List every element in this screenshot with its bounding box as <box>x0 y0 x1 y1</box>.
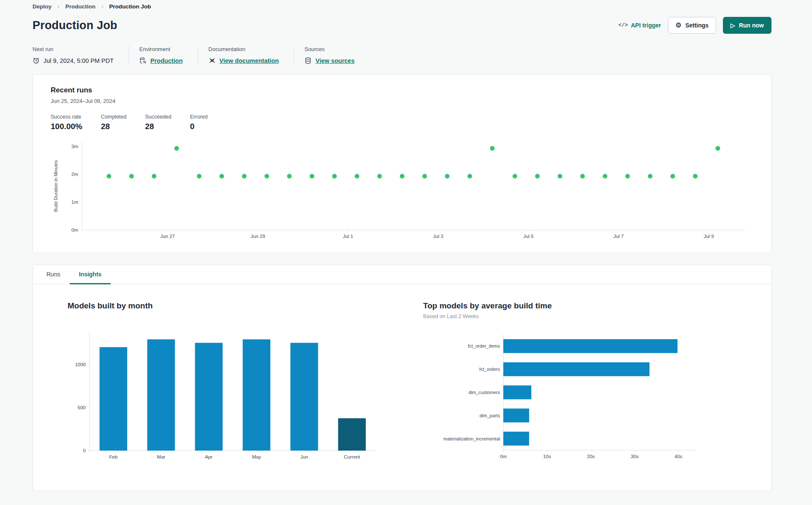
recent-runs-title: Recent runs <box>51 86 753 95</box>
svg-text:fct_order_items: fct_order_items <box>468 343 500 348</box>
insights-panel: Models built by month 05001000FebMarAprM… <box>33 284 771 465</box>
build-duration-scatter-chart: 0m1m2m3mJun 27Jun 29Jul 1Jul 3Jul 5Jul 7… <box>51 139 753 245</box>
stat-completed: Completed 28 <box>101 114 126 131</box>
svg-text:Current: Current <box>344 454 360 459</box>
view-sources-link[interactable]: View sources <box>315 57 354 64</box>
svg-text:Feb: Feb <box>109 454 118 459</box>
page-title: Production Job <box>33 19 117 32</box>
documentation-label: Documentation <box>209 46 279 52</box>
stat-value: 100.00% <box>51 122 82 131</box>
top-models-chart-title: Top models by average build time <box>423 301 702 311</box>
next-run-column: Next run Jul 9, 2024, 5:00 PM PDT <box>33 46 129 64</box>
models-built-by-month-block: Models built by month 05001000FebMarAprM… <box>68 301 397 465</box>
breadcrumb-deploy[interactable]: Deploy <box>33 3 52 10</box>
api-trigger-link[interactable]: </> API trigger <box>618 22 661 29</box>
svg-text:3m: 3m <box>71 144 78 149</box>
svg-text:dim_parts: dim_parts <box>480 413 500 418</box>
breadcrumb: Deploy › Production › Production Job <box>33 0 771 10</box>
page-header: Production Job </> API trigger ⚙ Setting… <box>33 17 771 34</box>
recent-runs-stats: Success rate 100.00% Completed 28 Succee… <box>51 114 753 131</box>
top-models-hbar-chart: 0m10s20s30s40sfct_order_itemsfct_ordersd… <box>423 332 702 465</box>
api-trigger-label: API trigger <box>631 22 661 29</box>
models-built-bar-chart: 05001000FebMarAprMayJunCurrent <box>68 328 397 465</box>
stat-value: 0 <box>190 122 208 131</box>
stat-label: Completed <box>101 114 126 120</box>
stat-success-rate: Success rate 100.00% <box>51 114 82 131</box>
code-icon: </> <box>618 22 628 28</box>
svg-text:20s: 20s <box>587 454 595 459</box>
svg-text:Apr: Apr <box>205 454 213 459</box>
svg-text:40s: 40s <box>674 454 682 459</box>
svg-text:Jul 7: Jul 7 <box>614 234 624 239</box>
top-models-chart-subtitle: Based on Last 2 Weeks <box>423 313 702 319</box>
stat-succeeded: Succeeded 28 <box>145 114 171 131</box>
stat-value: 28 <box>145 122 171 131</box>
sources-column: Sources View sources <box>294 46 369 64</box>
svg-text:30s: 30s <box>631 454 639 459</box>
run-now-button[interactable]: ▷ Run now <box>723 17 771 34</box>
svg-text:0m: 0m <box>71 227 78 232</box>
stat-label: Errored <box>190 114 208 120</box>
svg-text:Jul 5: Jul 5 <box>523 234 533 239</box>
svg-text:fct_orders: fct_orders <box>479 367 500 372</box>
svg-text:1000: 1000 <box>75 362 86 367</box>
run-now-label: Run now <box>739 22 764 29</box>
chevron-right-icon: › <box>101 3 103 10</box>
svg-text:materialization_incremental: materialization_incremental <box>443 436 500 441</box>
svg-text:500: 500 <box>78 405 86 410</box>
job-info-row: Next run Jul 9, 2024, 5:00 PM PDT Enviro… <box>33 46 771 64</box>
database-icon <box>304 57 312 64</box>
breadcrumb-production-job: Production Job <box>109 3 151 10</box>
environment-label: Environment <box>139 46 183 52</box>
svg-text:Jun 29: Jun 29 <box>250 234 265 239</box>
dbt-docs-icon <box>209 57 216 64</box>
next-run-label: Next run <box>33 46 114 52</box>
recent-runs-date-range: Jun 25, 2024–Jul 09, 2024 <box>51 98 753 104</box>
svg-text:Jul 3: Jul 3 <box>433 234 443 239</box>
svg-text:1m: 1m <box>71 200 78 205</box>
stat-value: 28 <box>101 122 126 131</box>
top-models-block: Top models by average build time Based o… <box>423 301 702 465</box>
settings-button[interactable]: ⚙ Settings <box>668 17 717 34</box>
view-documentation-link[interactable]: View documentation <box>220 57 279 64</box>
alarm-clock-icon <box>33 57 40 64</box>
svg-text:10s: 10s <box>543 454 551 459</box>
next-run-value: Jul 9, 2024, 5:00 PM PDT <box>43 57 114 64</box>
gear-icon: ⚙ <box>676 22 682 29</box>
svg-text:0: 0 <box>83 448 86 453</box>
stat-errored: Errored 0 <box>190 114 208 131</box>
environment-column: Environment Production <box>129 46 198 64</box>
page-container: Deploy › Production › Production Job Pro… <box>33 0 771 491</box>
header-actions: </> API trigger ⚙ Settings ▷ Run now <box>618 17 771 34</box>
svg-text:Jun 27: Jun 27 <box>160 234 175 239</box>
environment-link[interactable]: Production <box>150 57 183 64</box>
svg-text:Build Duration in Minutes: Build Duration in Minutes <box>53 160 58 212</box>
stat-label: Succeeded <box>145 114 171 120</box>
stat-label: Success rate <box>51 114 82 120</box>
svg-text:Jul 1: Jul 1 <box>343 234 353 239</box>
svg-text:2m: 2m <box>71 172 78 177</box>
tab-runs[interactable]: Runs <box>37 265 70 284</box>
chevron-right-icon: › <box>57 3 60 10</box>
svg-text:Jul 9: Jul 9 <box>703 234 714 239</box>
svg-text:May: May <box>252 454 261 459</box>
breadcrumb-production[interactable]: Production <box>65 3 95 10</box>
runs-insights-card: Runs Insights Models built by month 0500… <box>33 265 771 491</box>
settings-label: Settings <box>685 22 709 29</box>
tab-insights[interactable]: Insights <box>70 265 111 284</box>
recent-runs-card: Recent runs Jun 25, 2024–Jul 09, 2024 Su… <box>33 74 771 253</box>
svg-text:Jun: Jun <box>300 454 308 459</box>
environment-icon <box>139 57 147 64</box>
models-built-chart-title: Models built by month <box>68 301 397 311</box>
play-icon: ▷ <box>731 22 735 28</box>
documentation-column: Documentation View documentation <box>198 46 294 64</box>
sources-label: Sources <box>304 46 354 52</box>
svg-text:Mar: Mar <box>157 454 166 459</box>
svg-text:0m: 0m <box>500 454 507 459</box>
tab-bar: Runs Insights <box>33 265 771 284</box>
svg-text:dim_customers: dim_customers <box>468 390 500 395</box>
